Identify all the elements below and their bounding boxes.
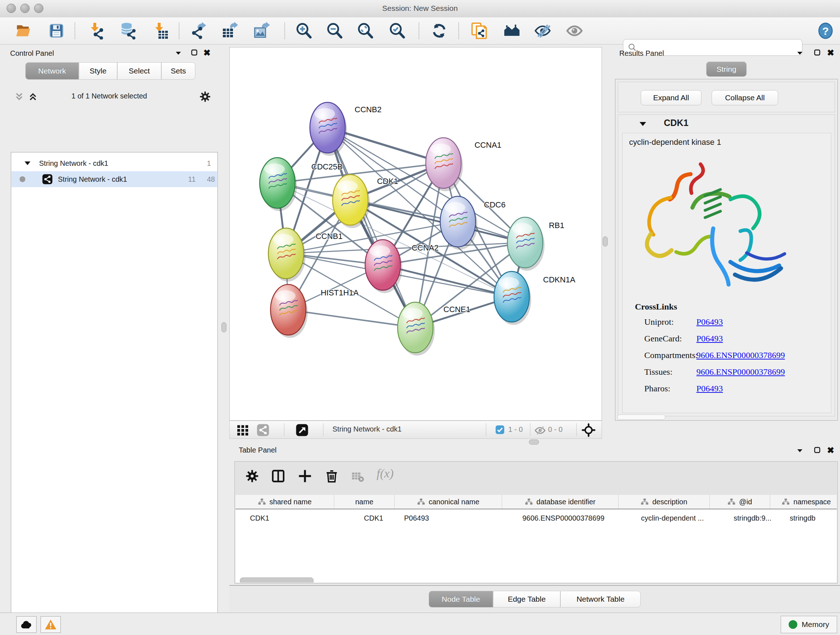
help-button[interactable]: ? — [817, 22, 834, 40]
node-RB1[interactable]: RB1 — [508, 217, 564, 271]
hide-selected-button[interactable] — [534, 22, 551, 40]
copy-network-button[interactable] — [470, 22, 488, 40]
tab-select[interactable]: Select — [117, 62, 161, 80]
column-type-icon — [258, 498, 266, 505]
crosslink-link[interactable]: 9606.ENSP00000378699 — [696, 350, 785, 360]
crosslink-label: Tissues: — [644, 367, 673, 377]
panel-menu-icon[interactable] — [796, 50, 804, 56]
node-CDKN1A[interactable]: CDKN1A — [494, 272, 576, 325]
show-hidden-button[interactable] — [566, 22, 583, 40]
memory-status-dot — [789, 620, 797, 629]
table-panel-body: f(x) shared name name canonical name dat… — [234, 461, 838, 584]
node-CCNE1[interactable]: CCNE1 — [398, 302, 470, 356]
save-session-button[interactable] — [48, 22, 65, 40]
memory-button[interactable]: Memory — [781, 616, 837, 633]
crosslink-row: GeneCard: — [644, 334, 682, 344]
edge-CCNB2-CCNE1[interactable] — [327, 128, 415, 328]
zoom-out-button[interactable] — [326, 22, 343, 40]
column-header-shared-name[interactable]: shared name — [235, 495, 334, 509]
column-header-database-identifier[interactable]: database identifier — [502, 495, 619, 509]
table-cell[interactable]: CDK1 — [250, 511, 333, 524]
tab-string[interactable]: String — [706, 62, 747, 77]
selected-checkbox-icon[interactable] — [495, 425, 505, 434]
cloud-button[interactable] — [16, 616, 36, 633]
hidden-eye-slash-icon[interactable] — [534, 424, 546, 436]
export-image-button[interactable] — [253, 22, 271, 40]
create-column-plus-icon[interactable] — [298, 469, 312, 483]
collapse-all-button[interactable]: Collapse All — [712, 90, 778, 105]
fit-content-crosshair-icon[interactable] — [581, 423, 596, 437]
network-share-icon — [42, 174, 53, 185]
crosslink-link[interactable]: P06493 — [696, 317, 723, 327]
tab-style[interactable]: Style — [79, 62, 117, 80]
refresh-layout-button[interactable] — [431, 22, 448, 40]
eye-slash-icon — [534, 22, 551, 40]
node-CDC25B[interactable]: CDC25B — [260, 157, 343, 211]
panel-float-icon[interactable] — [190, 49, 198, 57]
column-header-namespace[interactable]: namespace — [770, 495, 837, 509]
tab-network-table[interactable]: Network Table — [561, 591, 641, 608]
column-header-name[interactable]: name — [334, 495, 395, 509]
tab-network[interactable]: Network — [25, 62, 79, 80]
export-network-button[interactable] — [190, 22, 208, 40]
table-cell[interactable]: 9606.ENSP00000378699 — [523, 511, 635, 524]
zoom-fit-button[interactable] — [357, 22, 374, 40]
expand-all-button[interactable]: Expand All — [641, 90, 701, 105]
zoom-in-button[interactable] — [295, 22, 313, 40]
panel-close-icon[interactable]: ✖ — [827, 48, 834, 58]
table-hscrollbar-thumb[interactable] — [240, 578, 314, 583]
warnings-button[interactable] — [41, 616, 61, 633]
birds-eye-view-icon[interactable] — [295, 424, 309, 437]
node-CCNB2[interactable]: CCNB2 — [310, 103, 382, 156]
window-title: Session: New Session — [0, 4, 840, 13]
crosslink-link[interactable]: P06493 — [696, 384, 723, 394]
open-session-button[interactable] — [15, 22, 33, 40]
table-panel-title: Table Panel — [239, 446, 277, 454]
toolbar-separator — [284, 22, 285, 39]
network-row-selected[interactable]: String Network - cdk1 11 48 — [11, 171, 217, 187]
network-list-options-gear-icon[interactable] — [199, 90, 211, 103]
tab-sets[interactable]: Sets — [161, 62, 195, 80]
table-cell[interactable]: cyclin-dependent ... — [641, 511, 728, 524]
panel-menu-icon[interactable] — [174, 50, 182, 56]
left-splitter-handle[interactable] — [221, 322, 226, 333]
section-collapse-icon[interactable] — [638, 120, 647, 127]
crosslinks-heading: CrossLinks — [635, 302, 677, 312]
tab-edge-table[interactable]: Edge Table — [493, 591, 561, 608]
network-canvas[interactable]: CCNB2CCNA1CDC25BCDK1CDC6RB1CCNB1CCNA2CDK… — [229, 47, 602, 421]
node-label-CCNA2: CCNA2 — [412, 243, 439, 252]
export-table-button[interactable] — [221, 22, 239, 40]
crosslink-link[interactable]: 9606.ENSP00000378699 — [696, 367, 785, 377]
table-cell[interactable]: P06493 — [404, 511, 505, 524]
panel-close-icon[interactable]: ✖ — [203, 48, 210, 58]
results-scrollbar-thumb[interactable] — [617, 415, 665, 420]
tab-node-table[interactable]: Node Table — [429, 591, 493, 608]
panel-menu-icon[interactable] — [796, 448, 804, 453]
tree-expand-icon[interactable] — [24, 160, 31, 166]
column-header-id[interactable]: @id — [710, 495, 770, 509]
show-all-networks-button[interactable] — [504, 22, 521, 40]
table-cell[interactable]: stringdb:9... — [734, 511, 791, 524]
import-table-button[interactable] — [152, 22, 169, 40]
table-options-gear-icon[interactable] — [245, 469, 259, 483]
zoom-selected-button[interactable] — [388, 22, 406, 40]
column-header-canonical-name[interactable]: canonical name — [395, 495, 502, 509]
import-network-database-button[interactable] — [119, 22, 137, 40]
node-label-HIST1H1A: HIST1H1A — [321, 288, 359, 297]
grid-view-icon[interactable] — [236, 424, 249, 437]
delete-column-trash-icon[interactable] — [325, 469, 339, 483]
panel-float-icon[interactable] — [813, 446, 821, 454]
horizontal-splitter-handle[interactable] — [529, 440, 539, 445]
network-tree-root-row[interactable]: String Network - cdk1 1 — [11, 155, 217, 171]
panel-close-icon[interactable]: ✖ — [827, 445, 834, 455]
right-splitter-handle[interactable] — [603, 236, 608, 247]
table-tabs: Node Table Edge Table Network Table — [429, 591, 641, 608]
network-view-share-icon[interactable] — [256, 424, 270, 437]
column-header-description[interactable]: description — [619, 495, 710, 509]
node-HIST1H1A[interactable]: HIST1H1A — [271, 285, 359, 338]
table-cell[interactable]: stringdb — [790, 511, 837, 524]
crosslink-link[interactable]: P06493 — [696, 334, 723, 344]
import-network-file-button[interactable] — [88, 22, 105, 40]
panel-float-icon[interactable] — [813, 49, 821, 57]
show-columns-icon[interactable] — [271, 469, 286, 483]
